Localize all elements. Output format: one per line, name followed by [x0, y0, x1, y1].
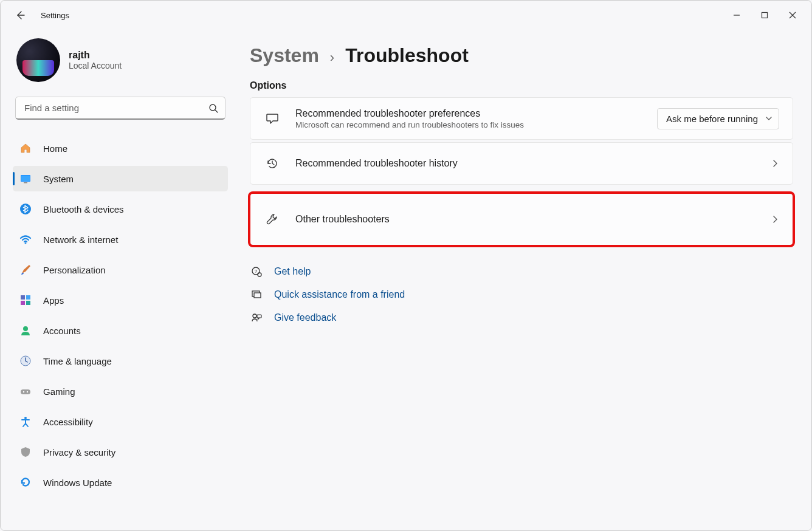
search-container	[13, 97, 228, 120]
close-button[interactable]	[779, 3, 807, 27]
back-arrow-icon	[15, 10, 25, 20]
gamepad-icon	[19, 385, 32, 398]
shield-icon	[19, 445, 32, 459]
svg-point-6	[25, 242, 27, 244]
card-title: Recommended troubleshooter preferences	[295, 108, 657, 119]
window-controls	[723, 3, 807, 27]
svg-rect-23	[257, 315, 261, 318]
profile-subtitle: Local Account	[69, 61, 122, 70]
link-label: Get help	[274, 266, 311, 277]
sidebar-item-privacy[interactable]: Privacy & security	[13, 439, 228, 465]
chevron-down-icon	[765, 115, 772, 122]
breadcrumb-parent[interactable]: System	[250, 44, 319, 67]
brush-icon	[19, 263, 32, 276]
sidebar-item-label: System	[43, 174, 74, 184]
link-give-feedback[interactable]: Give feedback	[250, 306, 793, 329]
clock-icon	[19, 354, 32, 368]
sidebar-item-system[interactable]: System	[13, 166, 228, 191]
svg-rect-3	[21, 176, 30, 181]
sidebar-item-label: Accessibility	[43, 417, 93, 427]
svg-point-11	[23, 326, 28, 331]
card-recommended-prefs: Recommended troubleshooter preferences M…	[250, 97, 793, 140]
link-label: Give feedback	[274, 312, 336, 323]
svg-text:?: ?	[255, 269, 258, 274]
card-troubleshooter-history[interactable]: Recommended troubleshooter history	[250, 142, 793, 185]
wifi-icon	[19, 233, 32, 246]
link-quick-assist[interactable]: Quick assistance from a friend	[250, 283, 793, 306]
screen-share-icon	[250, 288, 263, 301]
sidebar-nav: Home System Bluetooth & devices Network …	[13, 133, 228, 498]
history-icon	[264, 157, 281, 170]
system-icon	[19, 172, 32, 185]
chevron-right-icon	[771, 159, 779, 168]
breadcrumb-current: Troubleshoot	[345, 44, 469, 67]
home-icon	[19, 142, 32, 155]
feedback-icon	[250, 311, 263, 324]
card-title: Other troubleshooters	[295, 214, 771, 225]
svg-rect-0	[762, 13, 768, 18]
chat-icon	[264, 112, 281, 125]
sidebar-item-label: Bluetooth & devices	[43, 204, 124, 214]
svg-point-22	[253, 314, 256, 318]
update-icon	[19, 476, 32, 489]
content-area: System › Troubleshoot Options Recommende…	[234, 30, 811, 530]
sidebar-item-time-language[interactable]: Time & language	[13, 348, 228, 374]
chevron-right-icon	[771, 215, 779, 224]
svg-point-18	[258, 273, 261, 276]
svg-rect-10	[26, 301, 30, 305]
sidebar-item-apps[interactable]: Apps	[13, 287, 228, 313]
search-icon	[208, 103, 218, 113]
sidebar: rajth Local Account Home System	[1, 30, 234, 530]
card-title: Recommended troubleshooter history	[295, 158, 771, 169]
sidebar-item-label: Accounts	[43, 326, 81, 336]
person-icon	[19, 324, 32, 337]
svg-rect-4	[24, 182, 27, 183]
minimize-icon	[733, 12, 740, 19]
sidebar-item-label: Time & language	[43, 356, 112, 366]
svg-point-15	[27, 391, 28, 392]
link-get-help[interactable]: ? Get help	[250, 260, 793, 283]
sidebar-item-accounts[interactable]: Accounts	[13, 318, 228, 343]
wrench-icon	[264, 213, 281, 226]
sidebar-item-bluetooth[interactable]: Bluetooth & devices	[13, 196, 228, 222]
svg-rect-13	[21, 389, 30, 394]
search-input[interactable]	[15, 97, 225, 120]
maximize-button[interactable]	[751, 3, 779, 27]
options-label: Options	[250, 80, 793, 91]
sidebar-item-windows-update[interactable]: Windows Update	[13, 470, 228, 495]
sidebar-item-label: Home	[43, 143, 67, 154]
sidebar-item-personalization[interactable]: Personalization	[13, 257, 228, 283]
titlebar: Settings	[1, 1, 811, 30]
svg-rect-8	[26, 295, 30, 300]
sidebar-item-home[interactable]: Home	[13, 135, 228, 161]
sidebar-item-label: Windows Update	[43, 478, 112, 488]
sidebar-item-label: Personalization	[43, 265, 106, 275]
sidebar-item-network[interactable]: Network & internet	[13, 227, 228, 252]
profile-block[interactable]: rajth Local Account	[13, 38, 228, 82]
back-button[interactable]	[8, 3, 32, 27]
dropdown-value: Ask me before running	[666, 114, 758, 124]
svg-point-16	[24, 417, 27, 419]
link-label: Quick assistance from a friend	[274, 289, 405, 300]
card-subtitle: Microsoft can recommend and run troubles…	[295, 120, 657, 129]
svg-rect-21	[254, 293, 261, 298]
close-icon	[789, 12, 796, 19]
svg-rect-9	[21, 301, 25, 305]
help-icon: ?	[250, 265, 263, 278]
breadcrumb: System › Troubleshoot	[250, 44, 793, 67]
troubleshooter-pref-dropdown[interactable]: Ask me before running	[657, 108, 779, 129]
sidebar-item-label: Privacy & security	[43, 447, 115, 457]
sidebar-item-gaming[interactable]: Gaming	[13, 379, 228, 404]
sidebar-item-label: Gaming	[43, 386, 75, 397]
minimize-button[interactable]	[723, 3, 751, 27]
svg-point-1	[210, 104, 216, 111]
bluetooth-icon	[19, 202, 32, 216]
card-other-troubleshooters[interactable]: Other troubleshooters	[250, 193, 793, 245]
avatar	[16, 38, 60, 82]
sidebar-item-accessibility[interactable]: Accessibility	[13, 409, 228, 434]
settings-window: Settings rajth Local Account	[0, 0, 812, 531]
maximize-icon	[761, 12, 768, 19]
chevron-right-icon: ›	[330, 50, 334, 66]
apps-icon	[19, 293, 32, 307]
svg-rect-7	[21, 295, 25, 300]
